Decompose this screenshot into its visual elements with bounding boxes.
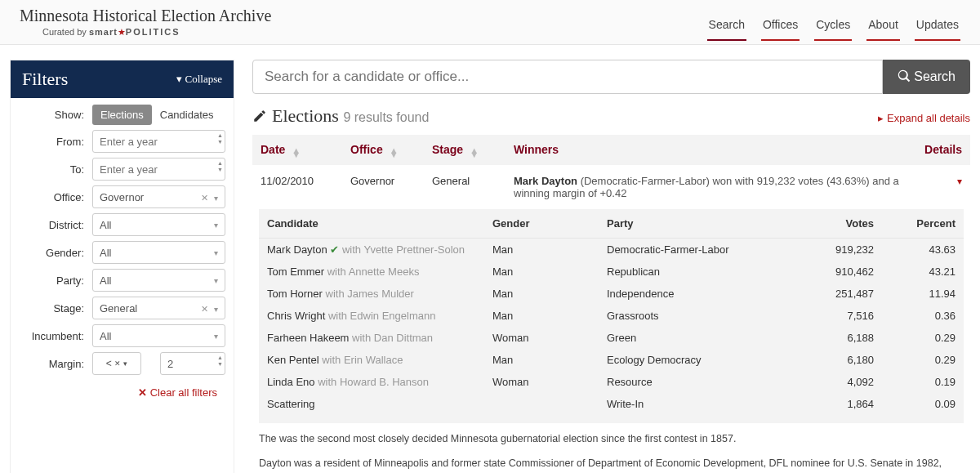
curated-by: Curated by smart★POLITICS	[20, 27, 271, 38]
note-paragraph: The was the second most closely decided …	[259, 431, 964, 446]
show-option-candidates[interactable]: Candidates	[152, 105, 222, 125]
candidate-pct: 0.29	[874, 354, 956, 366]
col-date[interactable]: Date▲▼	[261, 143, 350, 157]
search-button[interactable]: Search	[883, 60, 970, 94]
party-select[interactable]: All▾	[92, 269, 225, 292]
candidate-row: ScatteringWrite-In1,8640.09	[259, 393, 964, 415]
to-label: To:	[19, 163, 92, 176]
candidate-gender: Man	[492, 310, 607, 322]
expand-all-button[interactable]: ▸ Expand all details	[878, 112, 970, 124]
caret-down-icon[interactable]: ▾	[957, 176, 962, 187]
candidate-name: Chris Wright	[267, 310, 325, 322]
caret-down-icon: ▾	[123, 359, 127, 368]
nav-about[interactable]: About	[866, 10, 900, 41]
close-icon[interactable]: ✕	[201, 193, 208, 203]
candidate-pct: 0.36	[874, 310, 956, 322]
spinner-icon[interactable]: ▲▼	[217, 132, 223, 145]
candidate-gender	[492, 398, 607, 410]
sub-col-votes: Votes	[776, 217, 874, 230]
candidate-pct: 43.63	[874, 243, 956, 256]
candidate-pct: 0.29	[874, 332, 956, 344]
candidate-name: Mark Dayton	[267, 243, 327, 256]
election-row[interactable]: 11/02/2010 Governor General Mark Dayton …	[252, 165, 970, 209]
sort-icon: ▲▼	[292, 149, 301, 157]
close-icon[interactable]: ✕	[201, 304, 208, 314]
candidate-row: Linda Eno with Howard B. HansonWomanReso…	[259, 371, 964, 393]
search-icon	[898, 69, 911, 83]
candidate-subtable: Candidate Gender Party Votes Percent Mar…	[259, 209, 964, 423]
margin-value-input[interactable]	[160, 352, 225, 375]
candidate-votes: 919,232	[776, 243, 874, 256]
stage-label: Stage:	[19, 302, 92, 315]
running-mate: with Yvette Prettner-Solon	[339, 243, 465, 256]
candidate-votes: 910,462	[776, 266, 874, 278]
caret-down-icon: ▾	[214, 221, 218, 230]
caret-down-icon: ▾	[214, 276, 218, 285]
candidate-party: Green	[607, 332, 776, 344]
from-label: From:	[19, 136, 92, 148]
candidate-row: Tom Emmer with Annette MeeksManRepublica…	[259, 261, 964, 283]
incumbent-select[interactable]: All▾	[92, 324, 225, 347]
spinner-icon[interactable]: ▲▼	[217, 160, 223, 173]
running-mate: with Dan Dittman	[349, 332, 433, 344]
edit-icon	[252, 109, 267, 123]
show-option-elections[interactable]: Elections	[92, 105, 152, 125]
col-stage[interactable]: Stage▲▼	[432, 143, 514, 157]
candidate-pct: 0.19	[874, 376, 956, 388]
results-heading: Elections 9 results found	[252, 105, 429, 127]
margin-operator-select[interactable]: < ✕ ▾	[92, 352, 141, 375]
results-count: 9 results found	[343, 110, 429, 124]
nav-updates[interactable]: Updates	[915, 10, 960, 41]
running-mate: with Annette Meeks	[324, 266, 419, 278]
show-label: Show:	[19, 109, 92, 121]
star-icon: ★	[118, 27, 126, 37]
caret-down-icon: ▾	[214, 248, 218, 257]
spinner-icon[interactable]: ▲▼	[217, 355, 223, 368]
incumbent-label: Incumbent:	[19, 330, 92, 342]
candidate-party: Ecology Democracy	[607, 354, 776, 366]
nav-search[interactable]: Search	[707, 10, 746, 41]
stage-select[interactable]: General ✕ ▾	[92, 297, 225, 319]
candidate-party: Independence	[607, 288, 776, 300]
search-input[interactable]	[252, 60, 883, 94]
running-mate: with Edwin Engelmann	[325, 310, 435, 322]
top-nav: SearchOfficesCyclesAboutUpdates	[707, 10, 960, 41]
nav-offices[interactable]: Offices	[761, 10, 800, 41]
candidate-row: Mark Dayton ✔ with Yvette Prettner-Solon…	[259, 239, 964, 261]
sort-icon: ▲▼	[470, 149, 479, 157]
filters-title: Filters	[22, 69, 68, 90]
row-winners: Mark Dayton (Democratic-Farmer-Labor) wo…	[514, 175, 905, 199]
candidate-name: Farheen Hakeem	[267, 332, 349, 344]
close-icon[interactable]: ✕	[114, 359, 121, 368]
candidate-votes: 6,180	[776, 354, 874, 366]
candidate-gender: Woman	[492, 332, 607, 344]
candidate-name: Ken Pentel	[267, 354, 319, 366]
row-office: Governor	[350, 175, 432, 199]
nav-cycles[interactable]: Cycles	[814, 10, 852, 41]
col-winners: Winners	[514, 143, 905, 157]
candidate-party: Resource	[607, 376, 776, 388]
sub-col-party: Party	[607, 217, 776, 230]
candidate-row: Chris Wright with Edwin EngelmannManGras…	[259, 305, 964, 327]
district-label: District:	[19, 219, 92, 231]
main-content: Search Elections 9 results found ▸ Expan…	[252, 60, 970, 473]
collapse-button[interactable]: ▾ Collapse	[176, 73, 222, 86]
candidate-name: Linda Eno	[267, 376, 315, 388]
gender-select[interactable]: All▾	[92, 241, 225, 264]
district-select[interactable]: All▾	[92, 213, 225, 236]
party-label: Party:	[19, 274, 92, 287]
col-office[interactable]: Office▲▼	[350, 143, 432, 157]
sort-icon: ▲▼	[390, 149, 399, 157]
to-input[interactable]	[92, 158, 225, 181]
note-paragraph: Dayton was a resident of Minneapolis and…	[259, 456, 964, 473]
col-details: Details	[905, 143, 962, 157]
from-input[interactable]	[92, 130, 225, 153]
caret-down-icon: ▾	[214, 332, 218, 341]
candidate-row: Tom Horner with James MulderManIndepende…	[259, 283, 964, 305]
searchbar: Search	[252, 60, 970, 94]
office-select[interactable]: Governor ✕ ▾	[92, 185, 225, 208]
clear-filters-button[interactable]: ✕ Clear all filters	[19, 380, 225, 399]
sub-col-candidate: Candidate	[267, 217, 492, 230]
caret-right-icon: ▸	[878, 112, 884, 124]
candidate-row: Ken Pentel with Erin WallaceManEcology D…	[259, 349, 964, 371]
